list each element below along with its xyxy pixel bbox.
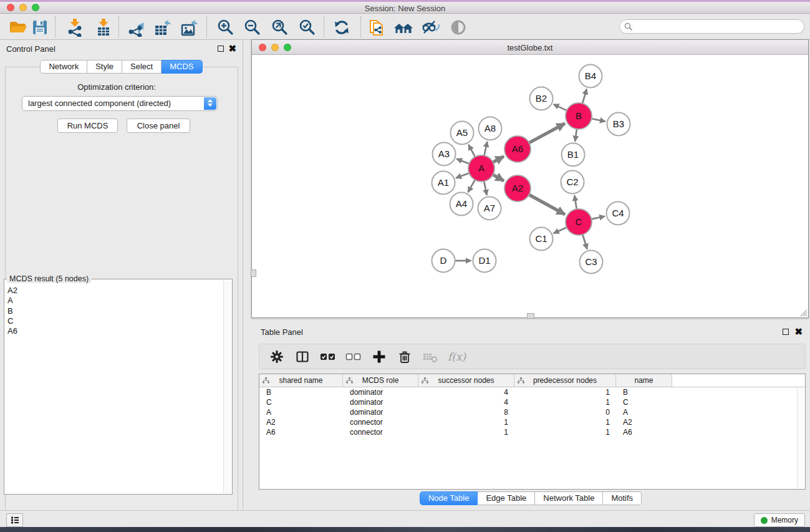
edge-A-A4[interactable] — [468, 180, 475, 192]
show-details-button[interactable] — [446, 16, 470, 38]
table-row[interactable]: A2connector11A2 — [259, 417, 805, 427]
tab-style[interactable]: Style — [87, 60, 122, 74]
node-C3[interactable]: C3 — [580, 251, 603, 274]
mcds-result-item[interactable]: A2 — [7, 286, 223, 296]
node-C1[interactable]: C1 — [530, 228, 553, 251]
export-image-button[interactable] — [178, 16, 201, 38]
node-B4[interactable]: B4 — [579, 65, 602, 88]
node-A2[interactable]: A2 — [504, 175, 531, 201]
cell-successor-nodes[interactable]: 1 — [418, 427, 514, 437]
edge-A-A8[interactable] — [485, 142, 488, 156]
close-panel-icon[interactable]: ✖ — [228, 45, 236, 52]
edge-A2-C[interactable] — [529, 195, 565, 215]
mcds-result-item[interactable]: A — [7, 296, 223, 306]
mcds-result-item[interactable]: C — [7, 316, 223, 326]
cell-shared-name[interactable]: A2 — [259, 417, 343, 427]
zoom-selected-button[interactable] — [295, 16, 319, 38]
edge-A-A5[interactable] — [468, 145, 475, 157]
mcds-result-item[interactable]: B — [7, 306, 223, 316]
cell-shared-name[interactable]: C — [259, 397, 343, 407]
table-tab-motifs[interactable]: Motifs — [603, 491, 642, 505]
float-panel-icon[interactable] — [218, 46, 224, 52]
select-all-button[interactable] — [320, 349, 336, 365]
window-resize-grip-bottom[interactable] — [527, 313, 534, 319]
edge-A-A3[interactable] — [456, 159, 469, 164]
edge-C-C1[interactable] — [554, 228, 567, 234]
cell-shared-name[interactable]: B — [259, 387, 343, 397]
zoom-in-button[interactable] — [213, 16, 237, 38]
close-panel-button[interactable]: Close panel — [127, 118, 190, 133]
node-D[interactable]: D — [432, 249, 455, 273]
mcds-list-scrollbar[interactable] — [223, 280, 231, 493]
node-B3[interactable]: B3 — [607, 113, 630, 136]
table-row[interactable]: Cdominator41C — [259, 397, 805, 407]
node-A8[interactable]: A8 — [479, 117, 502, 140]
export-table-button[interactable] — [151, 16, 175, 38]
table-row[interactable]: A6connector11A6 — [259, 427, 805, 437]
zoom-fit-button[interactable] — [268, 16, 291, 38]
table-float-icon[interactable] — [783, 329, 789, 335]
save-session-button[interactable] — [28, 16, 52, 38]
edge-A-A2[interactable] — [493, 175, 504, 181]
node-C[interactable]: C — [566, 209, 592, 235]
edge-A-A7[interactable] — [484, 181, 487, 195]
criterion-select[interactable]: largest connected component (directed) — [22, 96, 218, 111]
table-row[interactable]: Adominator80A — [259, 407, 805, 417]
edge-C-C2[interactable] — [574, 195, 577, 209]
cell-mcds-role[interactable]: connector — [343, 417, 418, 427]
deselect-all-button[interactable] — [345, 349, 362, 365]
table-scrollbar[interactable] — [797, 388, 804, 488]
network-graph[interactable]: AA1A2A3A4A5A6A7A8BB1B2B3B4CC1C2C3C4DD1 — [252, 55, 808, 317]
cell-predecessor-nodes[interactable]: 1 — [514, 417, 616, 427]
import-table-button[interactable] — [92, 16, 115, 38]
edge-A-A6[interactable] — [493, 157, 504, 162]
search-input[interactable] — [633, 22, 789, 31]
tab-network[interactable]: Network — [40, 60, 87, 74]
cell-predecessor-nodes[interactable]: 1 — [514, 427, 616, 437]
column-header-mcds-role[interactable]: MCDS role — [343, 374, 418, 387]
node-B2[interactable]: B2 — [530, 87, 553, 110]
mcds-result-item[interactable]: A6 — [7, 326, 223, 336]
edge-B-B1[interactable] — [575, 129, 577, 142]
cell-successor-nodes[interactable]: 8 — [418, 407, 514, 417]
node-A5[interactable]: A5 — [451, 122, 474, 145]
node-B[interactable]: B — [566, 103, 592, 129]
cell-predecessor-nodes[interactable]: 0 — [514, 407, 616, 417]
cell-predecessor-nodes[interactable]: 1 — [514, 387, 616, 397]
cell-shared-name[interactable]: A — [259, 407, 343, 417]
column-header-predecessor-nodes[interactable]: predecessor nodes — [514, 374, 616, 387]
network-window-titlebar[interactable]: testGlobe.txt — [252, 40, 808, 55]
node-C4[interactable]: C4 — [607, 202, 630, 225]
home-button[interactable] — [392, 16, 415, 38]
edge-C-C4[interactable] — [592, 216, 605, 220]
cell-predecessor-nodes[interactable]: 1 — [514, 397, 616, 407]
node-A4[interactable]: A4 — [450, 193, 473, 216]
node-table[interactable]: shared nameMCDS rolesuccessor nodesprede… — [259, 374, 806, 490]
table-tab-edge-table[interactable]: Edge Table — [478, 491, 535, 505]
zoom-out-button[interactable] — [240, 16, 264, 38]
node-A[interactable]: A — [468, 155, 494, 181]
delete-table-button[interactable] — [422, 349, 438, 365]
task-history-button[interactable] — [6, 513, 23, 527]
edge-C-C3[interactable] — [582, 235, 587, 249]
edge-B-B4[interactable] — [582, 89, 587, 104]
cell-successor-nodes[interactable]: 4 — [418, 397, 514, 407]
mcds-result-list[interactable]: A2ABCA6 — [5, 284, 223, 493]
node-D1[interactable]: D1 — [473, 249, 496, 273]
table-tab-node-table[interactable]: Node Table — [420, 491, 478, 505]
cell-mcds-role[interactable]: dominator — [343, 397, 418, 407]
cell-mcds-role[interactable]: connector — [343, 427, 418, 437]
run-mcds-button[interactable]: Run MCDS — [57, 118, 118, 133]
edge-A6-B[interactable] — [529, 123, 566, 143]
cell-name[interactable]: C — [616, 397, 672, 407]
export-network-button[interactable] — [124, 16, 148, 38]
cell-shared-name[interactable]: A6 — [259, 427, 343, 437]
tab-select[interactable]: Select — [122, 60, 162, 74]
cell-name[interactable]: B — [616, 387, 672, 397]
cell-mcds-role[interactable]: dominator — [343, 387, 418, 397]
column-header-successor-nodes[interactable]: successor nodes — [418, 374, 514, 387]
cell-name[interactable]: A2 — [616, 417, 672, 427]
cell-mcds-role[interactable]: dominator — [343, 407, 418, 417]
node-C2[interactable]: C2 — [561, 171, 584, 194]
settings-gear-button[interactable] — [269, 349, 285, 365]
